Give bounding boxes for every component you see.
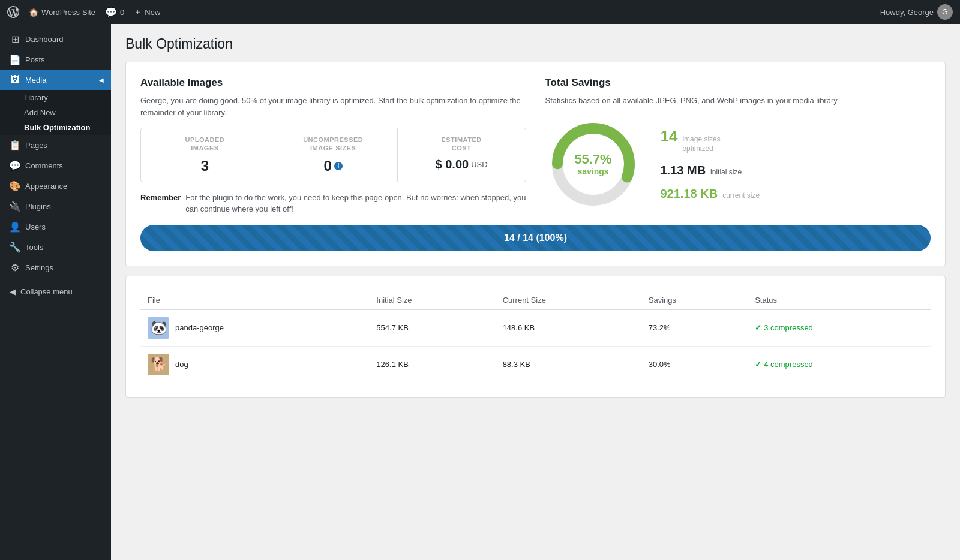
sidebar-item-users[interactable]: 👤 Users bbox=[0, 216, 111, 237]
sidebar-item-label: Pages bbox=[25, 141, 104, 150]
page-title: Bulk Optimization bbox=[125, 36, 946, 52]
comments-count: 0 bbox=[120, 8, 124, 17]
remember-label: Remember bbox=[140, 192, 181, 215]
savings-panel: 55.7% savings 14 image sizesoptimized bbox=[545, 116, 931, 212]
file-cell-inner: 🐼 panda-george bbox=[148, 317, 362, 339]
initial-size-stat: 1.13 MB initial size bbox=[661, 164, 760, 177]
col-file: File bbox=[140, 291, 369, 310]
current-size-number: 921.18 KB bbox=[661, 187, 718, 201]
dashboard-icon: ⊞ bbox=[10, 34, 20, 44]
wp-logo-icon bbox=[7, 6, 19, 18]
home-icon: 🏠 bbox=[29, 8, 38, 17]
submenu-bulk-optimization[interactable]: Bulk Optimization bbox=[0, 120, 111, 135]
sidebar-item-comments[interactable]: 💬 Comments bbox=[0, 155, 111, 176]
image-sizes-number: 14 bbox=[661, 127, 678, 146]
collapse-label: Collapse menu bbox=[20, 287, 73, 296]
settings-icon: ⚙ bbox=[10, 262, 20, 273]
uploaded-images-cell: UPLOADEDIMAGES 3 bbox=[141, 128, 269, 182]
sidebar-item-plugins[interactable]: 🔌 Plugins bbox=[0, 196, 111, 216]
available-images-panel: Available Images George, you are doing g… bbox=[140, 77, 526, 215]
estimated-cost-cell: ESTIMATEDCOST $ 0.00 USD bbox=[398, 128, 526, 182]
uncompressed-value: 0 i bbox=[279, 158, 388, 174]
sidebar-item-label: Dashboard bbox=[25, 35, 104, 44]
comments-link[interactable]: 💬 0 bbox=[105, 7, 124, 18]
file-name-panda: panda-george bbox=[175, 323, 224, 332]
file-cell-inner: 🐕 dog bbox=[148, 354, 362, 375]
collapse-icon: ◀ bbox=[10, 287, 16, 296]
estimated-value: $ 0.00 USD bbox=[407, 158, 516, 171]
admin-bar-right: Howdy, George G bbox=[880, 4, 953, 20]
sidebar-item-label: Comments bbox=[25, 161, 104, 170]
submenu-library[interactable]: Library bbox=[0, 90, 111, 105]
table-row: 🐕 dog 126.1 KB 88.3 KB 30.0% ✓ 4 compres… bbox=[140, 346, 931, 383]
sidebar-item-tools[interactable]: 🔧 Tools bbox=[0, 237, 111, 257]
admin-bar-left: 🏠 WordPress Site 💬 0 ＋ New bbox=[7, 6, 871, 18]
avatar: G bbox=[937, 4, 953, 20]
col-current-size: Current Size bbox=[496, 291, 641, 310]
sidebar-item-label: Media bbox=[25, 76, 94, 85]
status-ok-panda: ✓ 3 compressed bbox=[755, 323, 923, 332]
file-cell-panda: 🐼 panda-george bbox=[140, 309, 369, 346]
main-content: Bulk Optimization Available Images Georg… bbox=[111, 24, 960, 560]
current-size-stat: 921.18 KB current size bbox=[661, 187, 760, 201]
sidebar-item-label: Tools bbox=[25, 243, 104, 252]
sidebar-item-appearance[interactable]: 🎨 Appearance bbox=[0, 176, 111, 196]
table-row: 🐼 panda-george 554.7 KB 148.6 KB 73.2% ✓… bbox=[140, 309, 931, 346]
table-header-row: File Initial Size Current Size Savings S… bbox=[140, 291, 931, 310]
layout: ⊞ Dashboard 📄 Posts 🖼 Media ◀ Library Ad… bbox=[0, 24, 960, 560]
stats-table: UPLOADEDIMAGES 3 UNCOMPRESSEDIMAGE SIZES… bbox=[140, 128, 526, 182]
sidebar-item-label: Settings bbox=[25, 263, 104, 272]
current-size-panda: 148.6 KB bbox=[496, 309, 641, 346]
sidebar-item-pages[interactable]: 📋 Pages bbox=[0, 135, 111, 155]
file-table-card: File Initial Size Current Size Savings S… bbox=[125, 276, 946, 398]
sidebar-item-label: Posts bbox=[25, 55, 104, 64]
donut-percent: 55.7% bbox=[574, 152, 611, 166]
sidebar-item-posts[interactable]: 📄 Posts bbox=[0, 49, 111, 70]
uncompressed-cell: UNCOMPRESSEDIMAGE SIZES 0 i bbox=[269, 128, 398, 182]
info-icon[interactable]: i bbox=[334, 162, 343, 170]
remember-text: For the plugin to do the work, you need … bbox=[185, 192, 526, 215]
progress-bar-text: 14 / 14 (100%) bbox=[504, 233, 567, 243]
uploaded-label: UPLOADEDIMAGES bbox=[151, 136, 259, 153]
submenu-add-new[interactable]: Add New bbox=[0, 105, 111, 120]
plus-icon: ＋ bbox=[134, 7, 142, 17]
initial-size-panda: 554.7 KB bbox=[369, 309, 495, 346]
total-savings-desc: Statistics based on all available JPEG, … bbox=[545, 95, 931, 107]
howdy-text: Howdy, George G bbox=[880, 4, 953, 20]
image-sizes-stat: 14 image sizesoptimized bbox=[661, 127, 760, 153]
donut-word: savings bbox=[574, 167, 611, 176]
total-savings-title: Total Savings bbox=[545, 77, 931, 89]
check-icon: ✓ bbox=[755, 323, 761, 332]
site-name-link[interactable]: 🏠 WordPress Site bbox=[29, 8, 95, 17]
comment-bubble-icon: 💬 bbox=[105, 7, 117, 18]
initial-size-number: 1.13 MB bbox=[661, 164, 706, 177]
sidebar-item-label: Appearance bbox=[25, 182, 104, 191]
image-sizes-desc: image sizesoptimized bbox=[682, 135, 720, 153]
uncompressed-label: UNCOMPRESSEDIMAGE SIZES bbox=[279, 136, 388, 153]
initial-size-desc: initial size bbox=[710, 168, 742, 177]
file-name-dog: dog bbox=[175, 360, 188, 369]
savings-panda: 73.2% bbox=[641, 309, 748, 346]
current-size-desc: current size bbox=[722, 191, 760, 201]
savings-dog: 30.0% bbox=[641, 346, 748, 383]
sidebar: ⊞ Dashboard 📄 Posts 🖼 Media ◀ Library Ad… bbox=[0, 24, 111, 560]
sidebar-item-media[interactable]: 🖼 Media ◀ bbox=[0, 70, 111, 90]
comments-icon: 💬 bbox=[10, 160, 20, 171]
wp-logo-link[interactable] bbox=[7, 6, 19, 18]
initial-size-dog: 126.1 KB bbox=[369, 346, 495, 383]
sidebar-item-settings[interactable]: ⚙ Settings bbox=[0, 257, 111, 278]
new-link[interactable]: ＋ New bbox=[134, 7, 160, 17]
donut-chart: 55.7% savings bbox=[545, 116, 641, 212]
file-table-body: 🐼 panda-george 554.7 KB 148.6 KB 73.2% ✓… bbox=[140, 309, 931, 383]
uploaded-value: 3 bbox=[151, 158, 259, 174]
collapse-menu[interactable]: ◀ Collapse menu bbox=[0, 282, 111, 301]
tools-icon: 🔧 bbox=[10, 242, 20, 252]
available-images-desc: George, you are doing good. 50% of your … bbox=[140, 95, 526, 118]
site-name: WordPress Site bbox=[41, 8, 95, 17]
total-savings-panel: Total Savings Statistics based on all av… bbox=[545, 77, 931, 215]
file-thumbnail-dog: 🐕 bbox=[148, 354, 169, 375]
status-panda: ✓ 3 compressed bbox=[748, 309, 931, 346]
sidebar-item-dashboard[interactable]: ⊞ Dashboard bbox=[0, 29, 111, 49]
info-panel: Available Images George, you are doing g… bbox=[140, 77, 931, 215]
col-status: Status bbox=[748, 291, 931, 310]
